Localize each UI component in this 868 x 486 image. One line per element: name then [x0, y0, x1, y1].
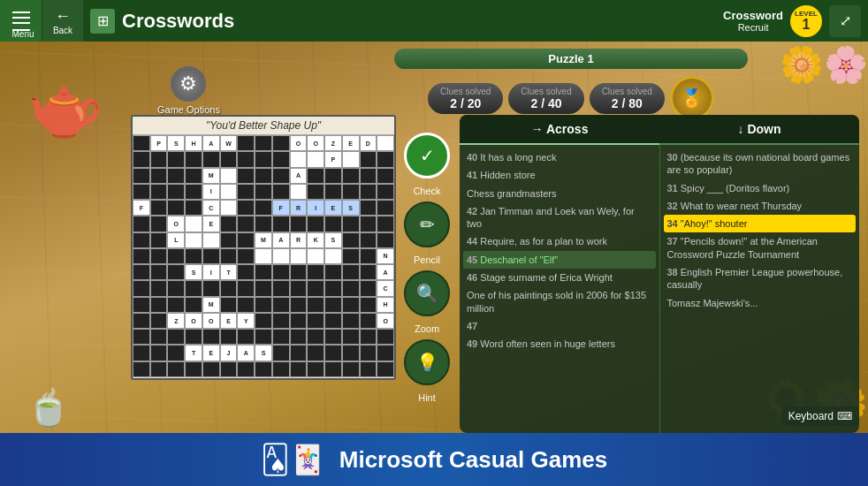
grid-cell[interactable]: D: [360, 135, 377, 151]
grid-cell[interactable]: [290, 264, 308, 280]
grid-cell[interactable]: T: [220, 264, 238, 280]
grid-cell[interactable]: [272, 345, 290, 361]
grid-cell[interactable]: [185, 280, 202, 296]
grid-cell[interactable]: [150, 248, 168, 264]
grid-cell[interactable]: [255, 216, 272, 232]
grid-cell[interactable]: [290, 151, 308, 167]
grid-cell[interactable]: [360, 184, 377, 200]
grid-cell[interactable]: [255, 313, 272, 329]
grid-cell[interactable]: [342, 361, 360, 377]
grid-cell[interactable]: [150, 345, 168, 361]
grid-cell[interactable]: [360, 329, 377, 345]
grid-cell[interactable]: [307, 297, 324, 313]
grid-cell[interactable]: [185, 361, 202, 377]
grid-cell[interactable]: [237, 200, 255, 216]
grid-cell[interactable]: M: [202, 168, 220, 184]
grid-cell[interactable]: [167, 280, 185, 296]
grid-cell[interactable]: [290, 345, 308, 361]
grid-cell[interactable]: A: [237, 345, 255, 361]
grid-cell[interactable]: [272, 361, 290, 377]
grid-cell[interactable]: [167, 184, 185, 200]
across-clues-col[interactable]: 40It has a long neck41Hidden storeChess …: [460, 145, 660, 433]
grid-cell[interactable]: [220, 151, 238, 167]
grid-cell[interactable]: [237, 248, 255, 264]
grid-cell[interactable]: [272, 280, 290, 296]
grid-cell[interactable]: [307, 361, 324, 377]
grid-cell[interactable]: [342, 297, 360, 313]
grid-cell[interactable]: [307, 184, 324, 200]
grid-cell[interactable]: [185, 248, 202, 264]
across-clue-item[interactable]: 45Deschanel of "Elf": [463, 251, 656, 269]
grid-cell[interactable]: [133, 248, 150, 264]
grid-cell[interactable]: [255, 184, 272, 200]
grid-cell[interactable]: [324, 329, 342, 345]
down-clue-item[interactable]: 30(because its own national board games …: [664, 148, 857, 179]
grid-cell[interactable]: [133, 329, 150, 345]
grid-cell[interactable]: [167, 248, 185, 264]
grid-cell[interactable]: [237, 168, 255, 184]
grid-cell[interactable]: M: [255, 232, 272, 248]
grid-cell[interactable]: [360, 264, 377, 280]
grid-cell[interactable]: [342, 280, 360, 296]
grid-cell[interactable]: [272, 168, 290, 184]
grid-cell[interactable]: [360, 280, 377, 296]
grid-cell[interactable]: [167, 329, 185, 345]
check-button[interactable]: ✓: [404, 133, 450, 178]
grid-cell[interactable]: Z: [324, 135, 342, 151]
grid-cell[interactable]: [290, 216, 308, 232]
grid-cell[interactable]: [307, 216, 324, 232]
grid-cell[interactable]: E: [202, 345, 220, 361]
grid-cell[interactable]: A: [272, 232, 290, 248]
grid-cell[interactable]: [324, 313, 342, 329]
across-clue-item[interactable]: 46Stage surname of Erica Wright: [463, 269, 656, 286]
grid-cell[interactable]: [237, 329, 255, 345]
grid-cell[interactable]: P: [324, 151, 342, 167]
grid-cell[interactable]: [342, 184, 360, 200]
grid-cell[interactable]: [185, 200, 202, 216]
grid-cell[interactable]: [237, 361, 255, 377]
expand-button[interactable]: ⤢: [829, 5, 861, 37]
grid-cell[interactable]: [290, 313, 308, 329]
grid-cell[interactable]: [255, 297, 272, 313]
grid-cell[interactable]: [185, 297, 202, 313]
grid-cell[interactable]: T: [185, 345, 202, 361]
grid-cell[interactable]: [133, 297, 150, 313]
grid-cell[interactable]: [150, 200, 168, 216]
grid-cell[interactable]: [272, 329, 290, 345]
grid-cell[interactable]: [202, 361, 220, 377]
grid-cell[interactable]: [133, 151, 150, 167]
grid-cell[interactable]: [255, 200, 272, 216]
grid-cell[interactable]: [237, 151, 255, 167]
grid-cell[interactable]: [167, 264, 185, 280]
grid-cell[interactable]: [360, 248, 377, 264]
grid-cell[interactable]: [133, 264, 150, 280]
grid-cell[interactable]: [255, 264, 272, 280]
grid-cell[interactable]: H: [377, 297, 394, 313]
grid-cell[interactable]: [342, 248, 360, 264]
grid-cell[interactable]: [272, 313, 290, 329]
grid-cell[interactable]: [237, 135, 255, 151]
grid-cell[interactable]: [324, 184, 342, 200]
grid-cell[interactable]: [342, 345, 360, 361]
grid-cell[interactable]: I: [202, 264, 220, 280]
grid-cell[interactable]: [360, 361, 377, 377]
grid-cell[interactable]: F: [133, 200, 150, 216]
grid-cell[interactable]: E: [220, 313, 238, 329]
grid-cell[interactable]: [290, 329, 308, 345]
across-clue-item[interactable]: Chess grandmasters: [463, 185, 656, 202]
grid-cell[interactable]: P: [150, 135, 168, 151]
grid-cell[interactable]: [360, 313, 377, 329]
grid-cell[interactable]: [150, 313, 168, 329]
across-clue-item[interactable]: 47: [463, 317, 656, 335]
grid-cell[interactable]: [255, 329, 272, 345]
grid-cell[interactable]: [360, 297, 377, 313]
grid-cell[interactable]: [307, 280, 324, 296]
options-gear-icon[interactable]: ⚙: [171, 66, 206, 102]
grid-cell[interactable]: [360, 151, 377, 167]
grid-cell[interactable]: [167, 168, 185, 184]
grid-cell[interactable]: H: [185, 135, 202, 151]
grid-cell[interactable]: [290, 184, 308, 200]
grid-cell[interactable]: C: [202, 200, 220, 216]
grid-cell[interactable]: [202, 248, 220, 264]
grid-cell[interactable]: [360, 168, 377, 184]
